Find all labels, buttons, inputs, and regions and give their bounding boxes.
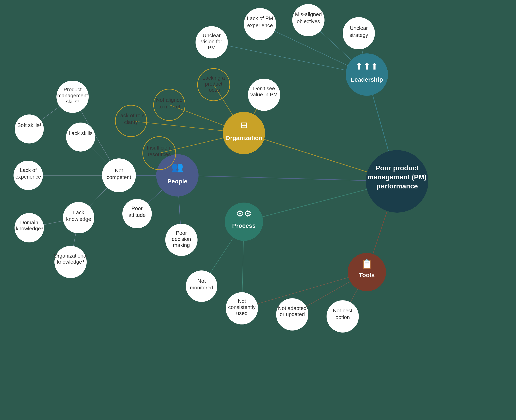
lacking-product-line3: focus <box>207 87 220 93</box>
svg-point-5 <box>225 202 263 241</box>
misaligned-node: Mis-aligned objectives <box>292 4 324 36</box>
not-mon-line1: Not <box>198 278 206 284</box>
dont-see-val-line1: Don't see <box>253 85 275 91</box>
lack-know-line1: Lack <box>73 210 84 215</box>
not-mon-line2: monitored <box>190 285 213 291</box>
soft-skills-node: Soft skills² <box>15 114 44 143</box>
svg-point-17 <box>15 114 44 143</box>
not-best-line1: Not best <box>333 308 353 314</box>
org-icon: ⊞ <box>240 120 247 130</box>
unclear-strategy-line2: strategy <box>350 32 368 38</box>
svg-point-2 <box>346 53 388 96</box>
lack-exp-line1: Lack of <box>20 167 37 173</box>
unclear-vision-node: Unclear vision for PM <box>195 26 228 59</box>
people-label: People <box>167 178 187 185</box>
prod-skills-line3: skills¹ <box>66 98 79 105</box>
organization-node: ⊞ Organization <box>223 112 265 154</box>
insufficient-line2: resources <box>148 151 171 158</box>
main-node: Poor product management (PM) performance <box>366 150 428 213</box>
lack-know-line2: knowledge <box>66 216 91 222</box>
not-best-line2: option <box>336 314 350 320</box>
unclear-strategy-node: Unclear strategy <box>343 17 375 49</box>
not-adapt-line1: Not adapted <box>278 305 307 311</box>
main-label-line1: Poor product <box>375 164 419 172</box>
lack-role-line2: clarity <box>124 119 138 125</box>
svg-point-18 <box>66 122 95 151</box>
svg-point-3 <box>223 112 265 154</box>
main-label-line2: management (PM) <box>368 173 427 181</box>
lack-skills-line1: Lack skills <box>69 130 92 136</box>
not-cons-line3: used <box>236 310 247 316</box>
poor-attitude-node: Poor attitude <box>122 199 152 228</box>
not-competent-node: Not competent <box>102 158 136 192</box>
process-label: Process <box>232 222 256 229</box>
poor-decision-node: Poor decision making <box>165 224 198 256</box>
not-best-node: Not best option <box>327 300 359 332</box>
lack-exp-line2: experience <box>15 174 41 180</box>
dont-see-val-line2: value in PM <box>250 91 278 98</box>
lack-pm-exp-line2: experience <box>247 22 273 28</box>
domain-know-line1: Domain <box>20 219 38 225</box>
lack-pm-exp-node: Lack of PM experience <box>244 8 276 40</box>
not-competent-line1: Not <box>115 167 123 173</box>
not-cons-line2: consistently <box>228 304 256 310</box>
poor-att-line1: Poor <box>132 205 143 211</box>
prod-skills-line1: Product <box>63 86 82 92</box>
lack-skills-node: Lack skills <box>66 122 95 151</box>
people-node: 👥 People <box>156 154 199 196</box>
main-label-line3: performance <box>376 182 418 190</box>
mind-map-diagram: Poor product management (PM) performance… <box>0 0 516 420</box>
svg-point-4 <box>156 154 199 196</box>
poor-dec-line1: Poor <box>176 230 187 236</box>
unclear-vision-line1: Unclear <box>202 32 221 38</box>
lack-role-line1: Lack of role <box>118 112 144 119</box>
misaligned-line1: Mis-aligned <box>295 11 322 17</box>
not-aligned-line2: to market <box>158 104 180 110</box>
poor-att-line2: attitude <box>128 212 146 218</box>
org-know-line1: Organizational <box>54 253 88 259</box>
soft-skills-line1: Soft skills² <box>17 122 41 128</box>
not-adapted-node: Not adapted or updated <box>276 298 308 330</box>
tools-node: 📋 Tools <box>348 253 386 291</box>
prod-skills-line2: management <box>57 92 88 98</box>
not-competent-line2: competent <box>107 174 131 180</box>
process-node: ⚙⚙ Process <box>225 202 263 241</box>
poor-dec-line2: decision <box>172 236 191 242</box>
process-icon: ⚙⚙ <box>236 209 252 218</box>
unclear-vision-line2: vision for <box>201 38 222 45</box>
lacking-product-line2: product <box>205 81 223 87</box>
tools-label: Tools <box>359 272 375 278</box>
lack-experience-node: Lack of experience <box>14 161 43 190</box>
not-monitored-node: Not monitored <box>186 270 217 302</box>
leadership-label: Leadership <box>351 76 383 83</box>
tools-icon: 📋 <box>361 259 373 269</box>
not-cons-line1: Not <box>238 298 246 304</box>
lacking-product-line1: Lacking a <box>202 75 225 81</box>
leadership-icon: ⬆⬆⬆ <box>355 61 378 72</box>
unclear-strategy-line1: Unclear <box>350 25 368 31</box>
not-aligned-line1: Not aligned <box>156 97 183 103</box>
leadership-node: ⬆⬆⬆ Leadership <box>346 53 388 96</box>
not-adapt-line2: or updated <box>280 311 305 317</box>
lack-knowledge-node: Lack knowledge <box>63 202 94 233</box>
dont-see-value-node: Don't see value in PM <box>248 79 280 111</box>
domain-knowledge-node: Domain knowledge³ <box>15 213 44 242</box>
org-know-line2: knowledge⁴ <box>57 259 84 265</box>
lack-pm-exp-line1: Lack of PM <box>247 15 273 21</box>
not-consistently-node: Not consistently used <box>226 292 258 324</box>
people-icon: 👥 <box>171 161 183 173</box>
domain-know-line2: knowledge³ <box>16 225 43 232</box>
org-label: Organization <box>225 135 262 141</box>
unclear-vision-line3: PM <box>208 45 216 51</box>
product-mgmt-skills-node: Product management skills¹ <box>56 81 89 113</box>
poor-dec-line3: making <box>173 242 190 248</box>
svg-point-1 <box>366 150 428 213</box>
insufficient-line1: Insufficient <box>147 145 172 151</box>
misaligned-line2: objectives <box>297 18 320 24</box>
